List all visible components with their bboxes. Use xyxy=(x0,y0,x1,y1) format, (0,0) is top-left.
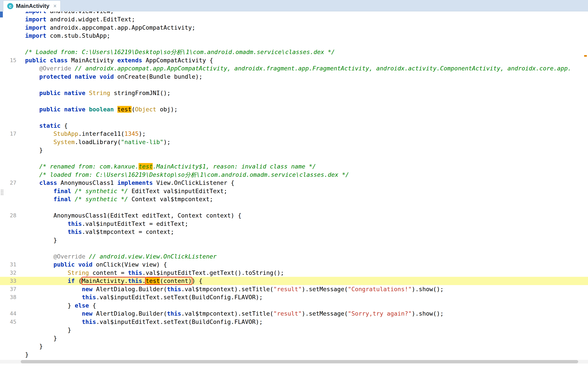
scrollbar-thumb[interactable] xyxy=(21,360,578,363)
line-number xyxy=(0,301,16,310)
line-number: 44 xyxy=(0,309,16,318)
code-line[interactable]: protected native void onCreate(Bundle bu… xyxy=(0,73,588,81)
code-text: import com.stub.StubApp; xyxy=(25,32,588,40)
clipped-line-text: import android.view.View; xyxy=(25,11,588,15)
code-line[interactable]: /* loaded from: C:\Users\16219\Desktop\s… xyxy=(0,171,588,179)
line-number xyxy=(0,252,16,261)
code-line[interactable]: import android.widget.EditText; xyxy=(0,15,588,24)
code-line[interactable]: final /* synthetic */ Context val$tmpcon… xyxy=(0,195,588,203)
code-text: /* loaded from: C:\Users\16219\Desktop\s… xyxy=(25,171,588,179)
code-text: @Override // androidx.appcompat.app.AppC… xyxy=(25,64,588,73)
code-line[interactable]: 15public class MainActivity extends AppC… xyxy=(0,56,588,65)
code-text: } else { xyxy=(25,301,588,310)
line-number: 17 xyxy=(0,130,16,138)
code-text: } xyxy=(25,326,588,334)
search-result-box: MainActivity.this. xyxy=(82,278,146,284)
code-line[interactable]: static { xyxy=(0,122,588,130)
line-number xyxy=(0,195,16,203)
code-line[interactable]: 27 class AnonymousClass1 implements View… xyxy=(0,179,588,187)
line-number: 37 xyxy=(0,285,16,293)
line-number xyxy=(0,105,16,114)
code-line[interactable]: } xyxy=(0,236,588,244)
splitter-handle[interactable] xyxy=(0,189,3,196)
code-text: } xyxy=(25,334,588,342)
code-text: /* Loaded from: C:\Users\16219\Desktop\s… xyxy=(25,48,588,56)
line-number xyxy=(0,40,16,48)
line-number xyxy=(0,81,16,89)
code-line[interactable] xyxy=(0,81,588,89)
code-text: this.val$inputEditText.setText(BuildConf… xyxy=(25,318,588,326)
code-line[interactable]: @Override // androidx.appcompat.app.AppC… xyxy=(0,64,588,73)
code-line[interactable]: 17 StubApp.interface11(1345); xyxy=(0,130,588,138)
code-line[interactable] xyxy=(0,203,588,212)
code-line[interactable]: this.val$tmpcontext = context; xyxy=(0,228,588,236)
code-line[interactable]: import androidx.appcompat.app.AppCompatA… xyxy=(0,24,588,32)
code-text: this.val$inputEditText.setText(BuildConf… xyxy=(25,293,588,301)
code-line[interactable]: public native String stringFromJNI(); xyxy=(0,89,588,97)
code-line[interactable]: this.val$inputEditText = editText; xyxy=(0,220,588,228)
code-text xyxy=(25,244,588,252)
code-line[interactable]: 37 new AlertDialog.Builder(this.val$tmpc… xyxy=(0,285,588,293)
code-line[interactable]: } xyxy=(0,146,588,154)
line-number xyxy=(0,113,16,122)
line-number xyxy=(0,146,16,154)
code-line[interactable]: } xyxy=(0,326,588,334)
close-icon[interactable]: × xyxy=(53,3,56,9)
code-line[interactable]: /* Loaded from: C:\Users\16219\Desktop\s… xyxy=(0,48,588,56)
code-line[interactable]: 33 if (MainActivity.this.test(content)) … xyxy=(0,277,588,285)
code-line[interactable]: @Override // android.view.View.OnClickLi… xyxy=(0,252,588,261)
line-number xyxy=(0,138,16,146)
line-number xyxy=(0,244,16,252)
clipped-line: import android.view.View; xyxy=(0,11,588,15)
code-text: public native boolean test(Object obj); xyxy=(25,105,588,114)
code-line[interactable] xyxy=(0,97,588,105)
code-line[interactable]: } else { xyxy=(0,301,588,310)
code-line[interactable]: final /* synthetic */ EditText val$input… xyxy=(0,187,588,195)
code-line[interactable]: 32 String content = this.val$inputEditTe… xyxy=(0,269,588,277)
code-text: /* renamed from: com.kanxue.test.MainAct… xyxy=(25,162,588,171)
code-text: public native String stringFromJNI(); xyxy=(25,89,588,97)
horizontal-scrollbar[interactable] xyxy=(0,360,588,364)
code-line[interactable]: } xyxy=(0,350,588,359)
selection-fragment xyxy=(0,11,3,17)
code-text: protected native void onCreate(Bundle bu… xyxy=(25,73,588,81)
code-line[interactable]: 38 this.val$inputEditText.setText(BuildC… xyxy=(0,293,588,301)
line-number xyxy=(0,154,16,163)
line-number xyxy=(0,203,16,212)
tab-mainactivity[interactable]: c MainActivity × xyxy=(3,0,61,11)
code-text: } xyxy=(25,236,588,244)
code-text xyxy=(25,40,588,48)
code-text: public class MainActivity extends AppCom… xyxy=(25,56,588,65)
code-line[interactable]: } xyxy=(0,342,588,350)
line-number xyxy=(0,73,16,81)
stripe-mark-icon[interactable] xyxy=(584,55,587,57)
code-text: public void onClick(View view) { xyxy=(25,260,588,269)
code-line[interactable]: 44 new AlertDialog.Builder(this.val$tmpc… xyxy=(0,309,588,318)
line-number: 38 xyxy=(0,293,16,301)
code-line[interactable]: import com.stub.StubApp; xyxy=(0,32,588,40)
code-text: if (MainActivity.this.test(content)) { xyxy=(25,277,588,285)
tab-title: MainActivity xyxy=(16,3,49,9)
line-number xyxy=(0,220,16,228)
code-line[interactable]: } xyxy=(0,334,588,342)
code-text: @Override // android.view.View.OnClickLi… xyxy=(25,252,588,261)
line-number xyxy=(0,334,16,342)
code-line[interactable] xyxy=(0,154,588,163)
code-text: StubApp.interface11(1345); xyxy=(25,130,588,138)
code-line[interactable]: 28 AnonymousClass1(EditText editText, Co… xyxy=(0,211,588,220)
code-line[interactable]: System.loadLibrary("native-lib"); xyxy=(0,138,588,146)
code-line[interactable] xyxy=(0,40,588,48)
code-line[interactable]: /* renamed from: com.kanxue.test.MainAct… xyxy=(0,162,588,171)
code-text: import android.widget.EditText; xyxy=(25,15,588,24)
code-line[interactable] xyxy=(0,244,588,252)
code-editor[interactable]: import android.view.View; import android… xyxy=(0,11,588,369)
code-text: import androidx.appcompat.app.AppCompatA… xyxy=(25,24,588,32)
code-line[interactable]: 45 this.val$inputEditText.setText(BuildC… xyxy=(0,318,588,326)
line-number: 15 xyxy=(0,56,16,65)
code-line[interactable]: public native boolean test(Object obj); xyxy=(0,105,588,114)
code-text xyxy=(25,154,588,163)
line-number: 32 xyxy=(0,269,16,277)
code-text: final /* synthetic */ EditText val$input… xyxy=(25,187,588,195)
code-line[interactable]: 31 public void onClick(View view) { xyxy=(0,260,588,269)
code-line[interactable] xyxy=(0,113,588,122)
